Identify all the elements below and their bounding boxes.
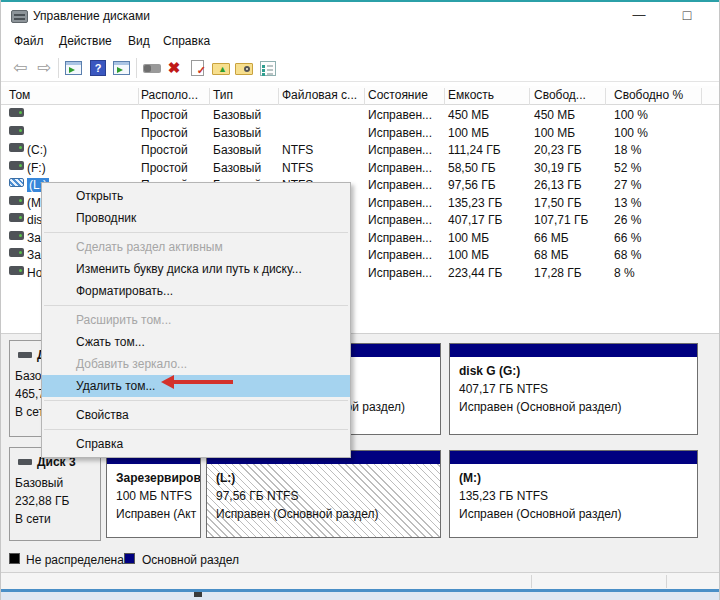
disk-icon [18,352,32,358]
free-pct-cell: 100 % [614,108,648,122]
capacity-cell: 450 МБ [448,108,489,122]
column-separator [278,88,279,105]
status-cell: Исправен... [368,143,432,157]
help-icon[interactable]: ? [87,57,109,79]
free-cell: 26,13 ГБ [534,178,582,192]
column-header-7[interactable]: Свобод... [534,88,586,102]
menubar-item-1[interactable]: Файл [14,34,44,48]
annotation-arrow [161,375,233,389]
context-menu-item[interactable]: Свойства [42,404,350,426]
free-cell: 30,19 ГБ [534,161,582,175]
free-cell: 20,23 ГБ [534,143,582,157]
status-cell: Исправен... [368,266,432,280]
volume-icon-selected [9,178,24,187]
volume-label: (F:) [27,161,46,175]
maximize-button[interactable]: □ [667,2,707,30]
legend-primary-swatch [124,553,135,564]
disk3-partition-reserved[interactable]: Зарезервиров 100 МБ NTFS Исправен (Акт [106,450,201,538]
column-separator [138,88,139,105]
folder-search-icon[interactable] [233,57,255,79]
checklist-icon[interactable] [257,57,279,79]
capacity-cell: 223,44 ГБ [448,266,502,280]
volume-row-4[interactable]: (F:)ПростойБазовыйNTFSИсправен...58,50 Г… [1,160,720,178]
disk2-partition-diskG[interactable]: disk G (G:) 407,17 ГБ NTFS Исправен (Осн… [449,343,698,435]
taskbar-sliver [1,592,720,600]
partition-status: Исправен (Основной раздел) [216,507,378,521]
volume-row-2[interactable]: ПростойБазовыйИсправен...100 МБ100 МБ100… [1,125,720,143]
partition-size: 407,17 ГБ NTFS [459,382,548,396]
column-header-1[interactable]: Том [9,88,30,102]
volume-icon [9,126,24,135]
volume-icon [9,266,24,275]
menubar-item-2[interactable]: Действие [59,34,112,48]
menu-separator [44,305,348,306]
volume-icon [9,196,24,205]
disk3-partition-L-selected[interactable]: (L:) 97,56 ГБ NTFS Исправен (Основной ра… [206,450,441,538]
context-menu-item[interactable]: Изменить букву диска или путь к диску... [42,258,350,280]
free-pct-cell: 8 % [614,266,635,280]
volume-row-3[interactable]: (C:)ПростойБазовыйNTFSИсправен...111,24 … [1,142,720,160]
folder-up-icon[interactable]: ▲ [210,57,232,79]
primary-partition-bar [450,451,697,464]
disk3-partition-M[interactable]: (M:) 135,23 ГБ NTFS Исправен (Основной р… [449,450,698,538]
free-cell: 17,28 ГБ [534,266,582,280]
column-header-5[interactable]: Состояние [368,88,428,102]
disk3-type: Базовый [15,476,63,490]
context-menu-item[interactable]: Сжать том... [42,331,350,353]
column-header-3[interactable]: Тип [213,88,233,102]
free-cell: 17,50 ГБ [534,196,582,210]
column-header-2[interactable]: Располо... [141,88,198,102]
free-pct-cell: 66 % [614,231,641,245]
type-cell: Базовый [213,143,261,157]
partition-status: Исправен (Основной раздел) [459,507,621,521]
free-pct-cell: 27 % [614,178,641,192]
console-window-play-icon[interactable] [111,57,133,79]
volume-icon [9,231,24,240]
status-separator [666,575,667,588]
volume-row-1[interactable]: ПростойБазовыйИсправен...450 МБ450 МБ100… [1,107,720,125]
remote-tool-icon[interactable] [141,57,163,79]
annotation-arrow-tail [173,380,233,384]
context-menu-item[interactable]: Справка [42,433,350,455]
context-menu-item[interactable]: Форматировать... [42,280,350,302]
menubar-item-3[interactable]: Вид [128,34,150,48]
layout-cell: Простой [141,108,188,122]
volume-list-header: ТомРасполо...ТипФайловая с...СостояниеЕм… [1,86,720,105]
partition-status: Исправен (Акт [116,507,196,521]
free-cell: 100 МБ [534,126,575,140]
volume-label: (C:) [27,143,47,157]
column-header-4[interactable]: Файловая с... [282,88,357,102]
taskbar-mark [194,592,202,597]
column-header-8[interactable]: Свободно % [614,88,683,102]
status-cell: Исправен... [368,126,432,140]
context-menu-item: Сделать раздел активным [42,236,350,258]
column-separator [701,88,702,105]
volume-context-menu: ОткрытьПроводникСделать раздел активнымИ… [41,182,351,458]
free-pct-cell: 68 % [614,248,641,262]
menubar: ФайлДействиеВидСправка [1,30,720,54]
context-menu-item[interactable]: Проводник [42,207,350,229]
column-header-6[interactable]: Емкость [448,88,494,102]
status-cell: Исправен... [368,161,432,175]
context-menu-item[interactable]: Открыть [42,185,350,207]
partition-status: Исправен (Основной раздел) [459,400,621,414]
console-window-icon[interactable] [63,57,85,79]
delete-x-icon[interactable]: ✖ [163,57,185,79]
forward-icon[interactable]: ⇨ [33,57,55,79]
disk3-status: В сети [15,512,51,526]
status-cell: Исправен... [368,231,432,245]
check-document-icon[interactable]: ✓ [187,57,209,79]
legend-unallocated-label: Не распределена [26,553,124,567]
partition-title: Зарезервиров [116,471,201,485]
toolbar: ⇦⇨?✖✓▲ [1,54,720,82]
menu-separator [44,400,348,401]
minimize-button[interactable]: — [619,2,659,30]
disk3-label-panel: Диск 3 Базовый 232,88 ГБ В сети [9,447,101,541]
volume-icon [9,108,24,117]
status-cell: Исправен... [368,213,432,227]
status-bar [1,572,720,589]
volume-icon [9,161,24,170]
back-icon[interactable]: ⇦ [9,57,31,79]
menubar-item-4[interactable]: Справка [163,34,210,48]
partition-size: 100 МБ NTFS [116,489,192,503]
